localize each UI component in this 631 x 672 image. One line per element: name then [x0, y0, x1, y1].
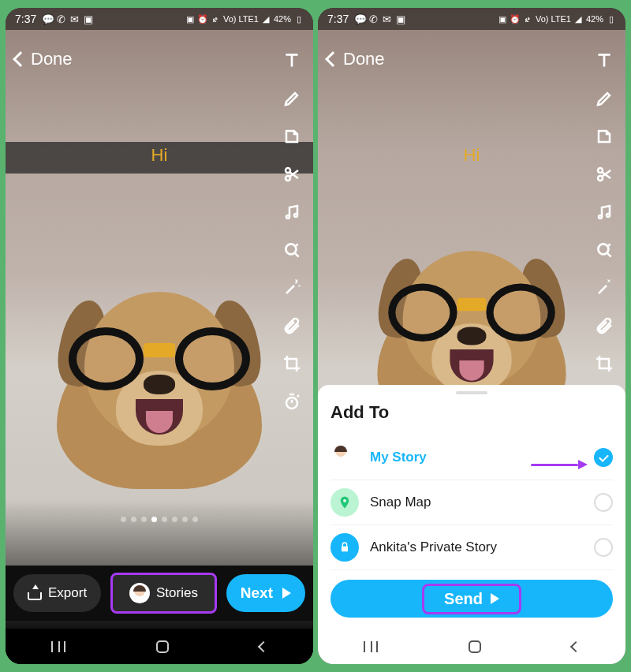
svg-point-4	[286, 244, 296, 254]
map-pin-icon	[330, 488, 359, 517]
network-label: Vo) LTE1	[223, 14, 259, 24]
nav-recent-icon[interactable]	[364, 641, 378, 652]
nav-recent-icon[interactable]	[51, 641, 65, 652]
status-bar: 7:37 💬 ✆ ✉ ▣ ▣ ⏰ ⸙ Vo) LTE1 ◢ 42% ▯	[318, 8, 625, 30]
svg-point-8	[599, 215, 602, 218]
phone-screenshot-addto-sheet: Hi 7:37 💬 ✆ ✉ ▣ ▣ ⏰ ⸙ Vo) LTE1 ◢ 42% ▯	[318, 8, 625, 664]
alarm-icon: ⏰	[198, 14, 208, 24]
add-to-sheet: Add To My Story Snap Map Ankita's Privat…	[318, 385, 625, 629]
music-tool-icon[interactable]	[591, 199, 618, 226]
chat-icon: 💬	[43, 14, 53, 24]
export-label: Export	[48, 585, 87, 601]
checkmark-icon[interactable]	[594, 448, 613, 467]
lens-carousel-dots[interactable]	[121, 517, 198, 522]
nfc-icon: ▣	[185, 14, 196, 24]
sheet-row-private-story[interactable]: Ankita's Private Story	[330, 525, 613, 570]
phone-screenshot-preview: Hi 7:37 💬 ✆ ✉ ▣ ▣ ⏰ ⸙ Vo) LTE1 ◢ 42% ▯	[6, 8, 313, 664]
chevron-left-icon	[325, 51, 341, 67]
magic-wand-icon[interactable]	[591, 274, 618, 301]
stories-label: Stories	[156, 585, 198, 601]
send-label: Send	[444, 590, 483, 608]
scissors-tool-icon[interactable]	[278, 161, 305, 188]
android-nav-bar	[318, 629, 625, 664]
arrow-right-icon	[491, 593, 499, 604]
whatsapp-icon: ✆	[56, 14, 66, 24]
nav-back-icon[interactable]	[258, 640, 269, 651]
bitmoji-avatar-icon	[129, 583, 150, 603]
done-button[interactable]: Done	[15, 49, 73, 69]
svg-point-9	[607, 214, 610, 217]
image-icon: ▣	[395, 14, 405, 24]
chevron-left-icon	[13, 51, 28, 67]
battery-percent: 42%	[586, 14, 603, 24]
battery-percent: 42%	[274, 14, 291, 24]
battery-icon: ▯	[606, 14, 616, 24]
annotation-arrow	[531, 457, 594, 473]
photo-subject-dog	[49, 252, 270, 489]
text-tool-icon[interactable]	[591, 47, 618, 74]
nfc-icon: ▣	[498, 14, 508, 24]
svg-point-12	[343, 499, 346, 502]
pencil-tool-icon[interactable]	[278, 85, 305, 112]
pencil-tool-icon[interactable]	[591, 85, 618, 112]
sheet-title: Add To	[330, 402, 613, 423]
crop-tool-icon[interactable]	[591, 350, 618, 377]
row-label: Snap Map	[370, 495, 583, 510]
sticker-tool-icon[interactable]	[591, 123, 618, 150]
next-button[interactable]: Next	[226, 574, 305, 612]
edit-tools-rail	[591, 47, 618, 415]
link-search-icon[interactable]	[278, 237, 305, 263]
glasses-filter	[69, 327, 250, 394]
done-button[interactable]: Done	[327, 49, 385, 69]
text-tool-icon[interactable]	[278, 47, 305, 74]
magic-wand-icon[interactable]	[278, 274, 305, 301]
sheet-row-snap-map[interactable]: Snap Map	[330, 480, 613, 525]
wifi-icon: ⸙	[523, 14, 533, 24]
caption-overlay[interactable]: Hi	[6, 145, 313, 166]
alarm-icon: ⏰	[510, 14, 521, 24]
chat-icon: 💬	[355, 14, 365, 24]
paperclip-icon[interactable]	[278, 312, 305, 339]
status-time: 7:37	[327, 13, 349, 25]
bitmoji-avatar-icon	[330, 443, 359, 472]
status-bar: 7:37 💬 ✆ ✉ ▣ ▣ ⏰ ⸙ Vo) LTE1 ◢ 42% ▯	[6, 8, 313, 30]
crop-tool-icon[interactable]	[278, 350, 305, 377]
android-nav-bar	[6, 629, 313, 664]
radio-unchecked-icon[interactable]	[594, 493, 613, 512]
arrow-right-icon	[282, 588, 291, 599]
svg-point-2	[286, 215, 289, 218]
scissors-tool-icon[interactable]	[591, 161, 618, 188]
wifi-icon: ⸙	[211, 14, 221, 24]
paperclip-icon[interactable]	[591, 312, 618, 339]
done-label: Done	[31, 49, 73, 69]
network-label: Vo) LTE1	[536, 14, 571, 24]
svg-point-3	[294, 214, 297, 217]
link-search-icon[interactable]	[591, 237, 618, 263]
next-label: Next	[241, 584, 273, 602]
done-label: Done	[343, 49, 385, 69]
image-icon: ▣	[83, 14, 93, 24]
sheet-grabber[interactable]	[456, 391, 487, 394]
signal-icon: ◢	[573, 14, 584, 24]
mail-icon: ✉	[382, 14, 392, 24]
sticker-tool-icon[interactable]	[278, 123, 305, 150]
nav-home-icon[interactable]	[469, 640, 481, 653]
caption-overlay[interactable]: Hi	[318, 145, 625, 166]
status-time: 7:37	[15, 13, 36, 25]
whatsapp-icon: ✆	[368, 14, 379, 24]
row-label: Ankita's Private Story	[370, 539, 583, 555]
music-tool-icon[interactable]	[278, 199, 305, 226]
glasses-filter	[388, 283, 555, 345]
radio-unchecked-icon[interactable]	[594, 538, 613, 557]
signal-icon: ◢	[261, 14, 271, 24]
send-button[interactable]: Send	[330, 580, 613, 618]
nav-home-icon[interactable]	[156, 640, 169, 653]
nav-back-icon[interactable]	[570, 640, 581, 651]
mail-icon: ✉	[69, 14, 80, 24]
bottom-action-row: Export Stories Next	[6, 566, 313, 621]
export-button[interactable]: Export	[13, 574, 101, 612]
battery-icon: ▯	[293, 14, 304, 24]
stories-button[interactable]: Stories	[112, 574, 215, 612]
timer-tool-icon[interactable]	[278, 388, 305, 415]
export-icon	[28, 586, 42, 600]
